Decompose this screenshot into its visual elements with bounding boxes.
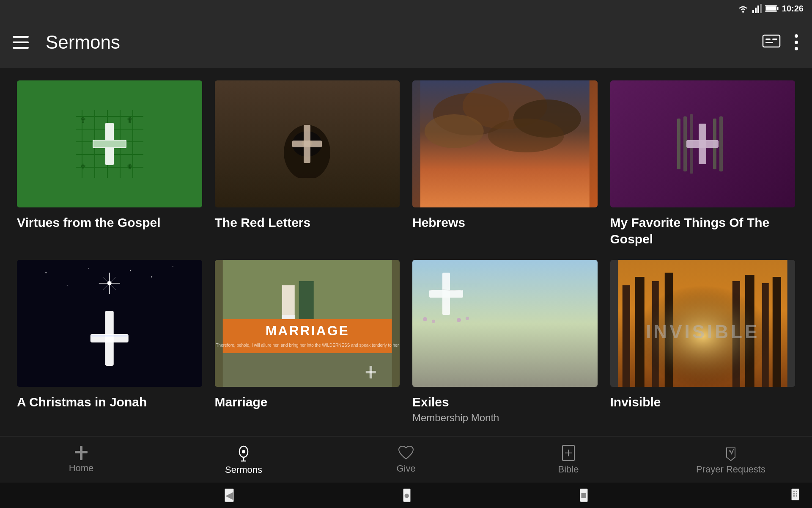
status-bar: 10:26 bbox=[0, 0, 812, 17]
nav-item-bible[interactable]: Bible bbox=[487, 444, 650, 475]
cross-svg-exiles bbox=[412, 260, 480, 328]
svg-rect-21 bbox=[93, 141, 126, 147]
svg-rect-62 bbox=[299, 281, 313, 319]
home-cross-icon bbox=[75, 446, 88, 460]
svg-rect-89 bbox=[75, 451, 88, 453]
android-nav: ◀ ● ■ ⠿ bbox=[0, 483, 812, 508]
sermon-subtitle-exiles: Membership Month bbox=[412, 412, 598, 424]
svg-rect-42 bbox=[719, 116, 723, 171]
menu-icon bbox=[13, 36, 29, 49]
nav-item-prayer[interactable]: Prayer Requests bbox=[650, 444, 812, 475]
svg-rect-9 bbox=[13, 41, 29, 43]
app-bar: Sermons bbox=[0, 17, 812, 68]
sermon-thumb-marriage: MARRIAGE Therefore, behold, I will allur… bbox=[215, 260, 400, 387]
svg-point-73 bbox=[423, 317, 427, 321]
svg-text:✟: ✟ bbox=[126, 116, 133, 124]
give-nav-label: Give bbox=[396, 463, 415, 474]
more-vertical-icon bbox=[793, 33, 799, 52]
android-back-button[interactable]: ◀ bbox=[225, 489, 234, 502]
svg-rect-10 bbox=[13, 47, 29, 49]
prayer-nav-icon bbox=[723, 444, 738, 461]
bible-nav-label: Bible bbox=[558, 464, 579, 475]
svg-text:✟: ✟ bbox=[126, 163, 133, 171]
sermon-card-exiles[interactable]: Exiles Membership Month bbox=[412, 260, 598, 424]
svg-point-56 bbox=[107, 281, 112, 285]
svg-point-93 bbox=[242, 450, 245, 453]
svg-rect-4 bbox=[760, 4, 762, 13]
sermon-card-favorite[interactable]: My Favorite Things Of The Gospel bbox=[610, 80, 796, 247]
svg-rect-39 bbox=[683, 116, 687, 171]
sermons-nav-label: Sermons bbox=[225, 464, 262, 475]
sermon-title-favorite: My Favorite Things Of The Gospel bbox=[610, 214, 796, 247]
svg-point-76 bbox=[466, 317, 469, 320]
sermon-title-red-letters: The Red Letters bbox=[215, 214, 400, 231]
svg-rect-44 bbox=[699, 124, 706, 164]
svg-point-51 bbox=[130, 270, 131, 271]
sermon-title-hebrews: Hebrews bbox=[412, 214, 598, 231]
chat-icon bbox=[762, 34, 781, 50]
chat-button[interactable] bbox=[762, 34, 781, 50]
sermon-title-virtues: Virtues from the Gospel bbox=[17, 214, 202, 231]
android-keyboard-button[interactable]: ⠿ bbox=[791, 489, 799, 500]
android-recent-button[interactable]: ■ bbox=[580, 489, 588, 502]
status-icons: 10:26 bbox=[737, 4, 804, 14]
svg-rect-11 bbox=[763, 35, 780, 47]
svg-point-17 bbox=[795, 47, 798, 50]
svg-rect-63 bbox=[282, 315, 294, 319]
sermon-title-invisible: Invisible bbox=[610, 394, 796, 410]
svg-rect-1 bbox=[752, 10, 754, 13]
wifi-icon bbox=[737, 4, 749, 13]
svg-rect-67 bbox=[222, 353, 392, 387]
cross-svg-red-letters bbox=[273, 110, 341, 178]
sermon-thumb-red-letters bbox=[215, 80, 400, 207]
hebrews-svg bbox=[412, 80, 598, 207]
svg-rect-7 bbox=[766, 6, 776, 11]
menu-button[interactable] bbox=[13, 36, 29, 49]
sermon-card-christmas[interactable]: A Christmas in Jonah bbox=[17, 260, 202, 424]
svg-rect-6 bbox=[777, 7, 778, 10]
svg-rect-12 bbox=[765, 39, 771, 40]
bottom-nav: Home Sermons Give Bible Prayer Req bbox=[0, 436, 812, 483]
sermons-nav-icon bbox=[237, 444, 250, 462]
sermon-thumb-christmas bbox=[17, 260, 202, 387]
status-time: 10:26 bbox=[782, 4, 804, 14]
sermon-card-hebrews[interactable]: Hebrews bbox=[412, 80, 598, 247]
bible-nav-icon bbox=[561, 444, 576, 461]
sermon-card-invisible[interactable]: INVISIBLE Invisible bbox=[610, 260, 796, 424]
svg-rect-2 bbox=[755, 8, 757, 13]
svg-point-75 bbox=[457, 318, 461, 322]
christmas-svg bbox=[17, 260, 202, 387]
svg-rect-72 bbox=[442, 273, 450, 315]
svg-point-74 bbox=[432, 320, 435, 323]
android-home-button[interactable]: ● bbox=[403, 489, 411, 502]
sermon-card-virtues[interactable]: ✟ ✟ ✟ ✟ Virtues from the Gospel bbox=[17, 80, 202, 247]
svg-point-48 bbox=[151, 276, 152, 278]
nav-item-give[interactable]: Give bbox=[325, 445, 487, 474]
svg-point-50 bbox=[67, 285, 68, 286]
sermon-thumb-favorite bbox=[610, 80, 796, 207]
nav-item-home[interactable]: Home bbox=[0, 446, 162, 474]
app-bar-actions bbox=[762, 33, 799, 52]
svg-point-47 bbox=[88, 268, 89, 269]
marriage-svg: MARRIAGE Therefore, behold, I will allur… bbox=[215, 260, 400, 387]
svg-rect-31 bbox=[304, 125, 310, 163]
signal-icon bbox=[752, 4, 762, 13]
page-title: Sermons bbox=[46, 32, 749, 53]
svg-rect-38 bbox=[677, 119, 680, 169]
svg-rect-61 bbox=[282, 285, 294, 319]
give-nav-icon bbox=[398, 445, 414, 461]
svg-text:INVISIBLE: INVISIBLE bbox=[646, 321, 760, 342]
invisible-svg: INVISIBLE bbox=[610, 260, 796, 387]
sermon-card-marriage[interactable]: MARRIAGE Therefore, behold, I will allur… bbox=[215, 260, 400, 424]
sermon-thumb-exiles bbox=[412, 260, 598, 387]
svg-point-0 bbox=[742, 11, 744, 13]
sermon-thumb-virtues: ✟ ✟ ✟ ✟ bbox=[17, 80, 202, 207]
svg-rect-59 bbox=[91, 335, 128, 337]
svg-rect-14 bbox=[765, 42, 773, 43]
more-button[interactable] bbox=[793, 33, 799, 52]
svg-text:✟: ✟ bbox=[80, 163, 86, 171]
svg-rect-69 bbox=[369, 366, 372, 378]
nav-item-sermons[interactable]: Sermons bbox=[162, 444, 325, 475]
sermon-title-marriage: Marriage bbox=[215, 394, 400, 410]
sermon-card-red-letters[interactable]: The Red Letters bbox=[215, 80, 400, 247]
